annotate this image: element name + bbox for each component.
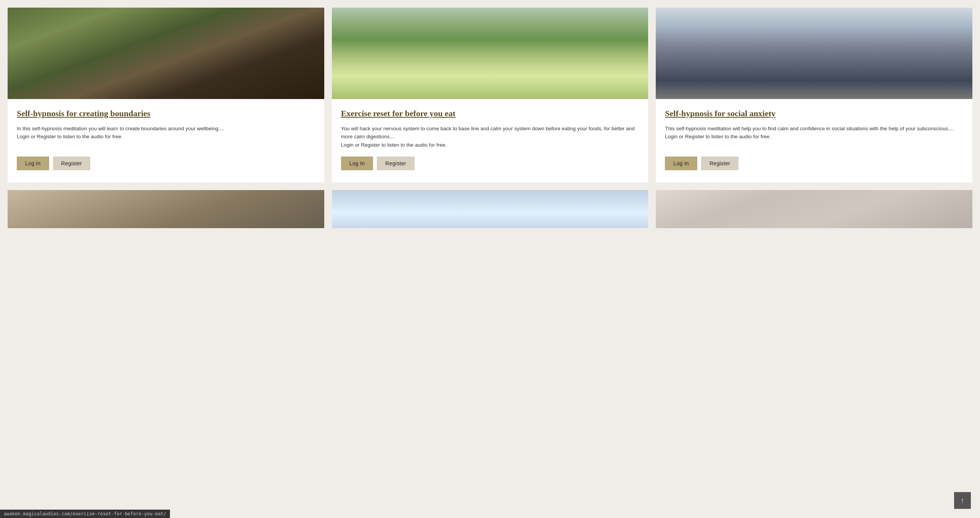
bottom-card-1: [8, 190, 324, 228]
card-exercise-image: [332, 8, 649, 99]
card-exercise-register-button[interactable]: Register: [377, 157, 414, 170]
card-social-anxiety-buttons: Log In Register: [665, 157, 963, 170]
card-boundaries-content: Self-hypnosis for creating boundaries In…: [8, 99, 324, 182]
card-boundaries-title: Self-hypnosis for creating boundaries: [17, 108, 315, 119]
card-exercise-photo: [332, 8, 649, 99]
card-exercise-login-button[interactable]: Log In: [341, 157, 373, 170]
bottom-card-1-photo: [8, 190, 324, 228]
bottom-card-3: [656, 190, 972, 228]
card-social-anxiety-login-button[interactable]: Log In: [665, 157, 697, 170]
card-exercise: Exercise reset for before you eat You wi…: [332, 8, 649, 182]
card-social-anxiety-photo: [656, 8, 972, 99]
card-boundaries-description: In this self-hypnosis meditation you wil…: [17, 125, 315, 149]
card-exercise-buttons: Log In Register: [341, 157, 639, 170]
card-exercise-content: Exercise reset for before you eat You wi…: [332, 99, 649, 182]
card-boundaries: Self-hypnosis for creating boundaries In…: [8, 8, 324, 182]
card-social-anxiety-content: Self-hypnosis for social anxiety This se…: [656, 99, 972, 182]
card-social-anxiety-description: This self-hypnosis meditation will help …: [665, 125, 963, 149]
card-exercise-title: Exercise reset for before you eat: [341, 108, 639, 119]
scroll-to-top-button[interactable]: ↑: [954, 492, 971, 509]
card-exercise-description: You will hack your nervous system to com…: [341, 125, 639, 149]
card-social-anxiety-title: Self-hypnosis for social anxiety: [665, 108, 963, 119]
card-social-anxiety: Self-hypnosis for social anxiety This se…: [656, 8, 972, 182]
bottom-row: [8, 190, 972, 228]
cards-grid: Self-hypnosis for creating boundaries In…: [8, 8, 972, 182]
card-boundaries-register-button[interactable]: Register: [53, 157, 90, 170]
url-bar: awaken.magicalaudios.com/exercise-reset-…: [0, 510, 170, 518]
card-boundaries-login-button[interactable]: Log In: [17, 157, 49, 170]
scroll-to-top-icon: ↑: [961, 497, 964, 505]
card-social-anxiety-image: [656, 8, 972, 99]
bottom-card-2-photo: [332, 190, 649, 228]
card-boundaries-image: [8, 8, 324, 99]
bottom-card-2: [332, 190, 649, 228]
card-social-anxiety-register-button[interactable]: Register: [701, 157, 738, 170]
card-boundaries-buttons: Log In Register: [17, 157, 315, 170]
card-boundaries-photo: [8, 8, 324, 99]
bottom-card-3-photo: [656, 190, 972, 228]
page-container: Self-hypnosis for creating boundaries In…: [0, 0, 980, 228]
